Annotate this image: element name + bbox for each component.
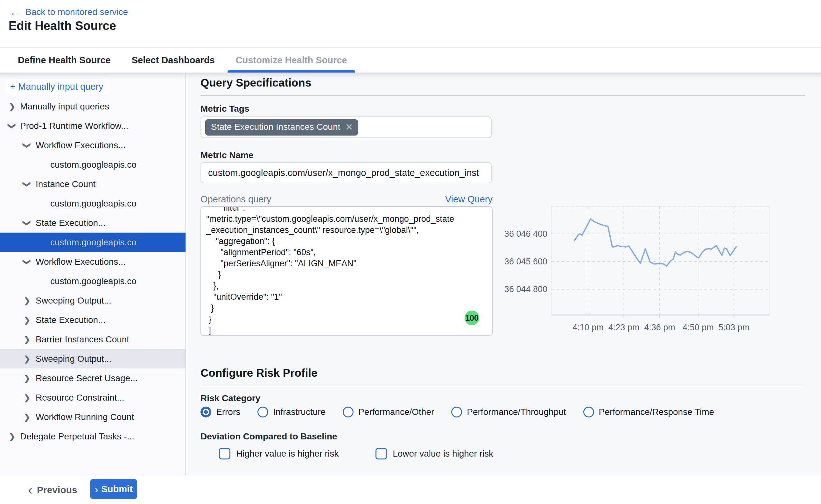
- back-link-label: Back to monitored service: [25, 7, 128, 17]
- chevron-down-icon[interactable]: ❯: [23, 180, 32, 188]
- view-query-link[interactable]: View Query: [438, 194, 493, 205]
- tree-item-prod-1-runtime-workflow-[interactable]: ❯Prod-1 Runtime Workflow...: [0, 116, 186, 136]
- operations-query-textarea[interactable]: "filter": "metric.type=\"custom.googleap…: [200, 206, 493, 336]
- radio-icon[interactable]: [583, 407, 594, 417]
- radio-icon[interactable]: [451, 407, 462, 417]
- radio-icon[interactable]: [343, 407, 354, 417]
- configure-risk-profile-title: Configure Risk Profile: [200, 367, 318, 379]
- deviation-checkbox-label: Lower value is higher risk: [393, 449, 493, 459]
- tree-item-barrier-instances-count[interactable]: ❯Barrier Instances Count: [0, 330, 186, 349]
- deviation-label: Deviation Compared to Baseline: [200, 431, 337, 442]
- deviation-checkbox-lower-value-is-higher-risk[interactable]: Lower value is higher risk: [375, 448, 493, 459]
- tree-item-instance-count[interactable]: ❯Instance Count: [0, 174, 186, 194]
- chevron-down-icon[interactable]: ❯: [23, 141, 32, 150]
- chevron-right-icon[interactable]: ❯: [23, 335, 31, 344]
- tree-item-label: Instance Count: [36, 179, 186, 189]
- query-sidebar: + Manually input query ❯Manually input q…: [0, 73, 186, 475]
- tree-item-label: custom.googleapis.co: [50, 199, 186, 209]
- tree-item-custom-googleapis-co[interactable]: custom.googleapis.co: [0, 155, 186, 174]
- tree-item-sweeping-output-[interactable]: ❯Sweeping Output...: [0, 291, 186, 310]
- tab-customize-health-source[interactable]: Customize Health Source: [228, 48, 355, 73]
- checkbox-icon[interactable]: [219, 448, 230, 459]
- x-tick-label: 4:36 pm: [644, 323, 675, 332]
- chevron-down-icon[interactable]: ❯: [23, 258, 32, 266]
- metric-tag-chip-label: State Execution Instances Count: [211, 122, 340, 132]
- chevron-down-icon[interactable]: ❯: [23, 219, 32, 227]
- tree-item-custom-googleapis-co[interactable]: custom.googleapis.co: [0, 271, 186, 291]
- deviation-checkbox-higher-value-is-higher-risk[interactable]: Higher value is higher risk: [219, 448, 339, 459]
- tree-item-label: Manually input queries: [20, 101, 186, 112]
- metric-tag-chip[interactable]: State Execution Instances Count ✕: [205, 119, 358, 136]
- risk-radio-performance-throughput[interactable]: Performance/Throughput: [451, 407, 566, 417]
- risk-radio-label: Errors: [216, 407, 240, 417]
- chevron-right-icon[interactable]: ❯: [23, 413, 31, 422]
- deviation-checkbox-label: Higher value is higher risk: [236, 449, 339, 459]
- submit-button-label: Submit: [102, 484, 133, 494]
- previous-button[interactable]: ‹ Previous: [28, 475, 77, 504]
- chevron-right-icon[interactable]: ❯: [23, 374, 31, 383]
- tree-item-resource-secret-usage-[interactable]: ❯Resource Secret Usage...: [0, 368, 186, 388]
- risk-radio-performance-other[interactable]: Performance/Other: [343, 407, 434, 417]
- risk-radio-label: Performance/Response Time: [599, 407, 714, 417]
- back-link[interactable]: ← Back to monitored service: [10, 7, 128, 17]
- risk-radio-performance-response-time[interactable]: Performance/Response Time: [583, 407, 714, 417]
- tree-item-label: Sweeping Output...: [36, 354, 186, 364]
- tree-item-label: Resource Constraint...: [36, 393, 186, 403]
- tree-item-manually-input-queries[interactable]: ❯Manually input queries: [0, 97, 186, 116]
- radio-selected-icon[interactable]: [200, 407, 211, 417]
- x-tick-label: 5:03 pm: [719, 323, 750, 332]
- tree-item-label: custom.googleapis.co: [50, 276, 186, 286]
- tree-item-label: State Execution...: [36, 218, 186, 228]
- y-tick-label: 36 046 400: [504, 229, 547, 239]
- section-divider: [200, 95, 805, 96]
- chevron-right-icon[interactable]: ❯: [23, 354, 31, 363]
- previous-button-label: Previous: [37, 485, 77, 495]
- chevron-right-icon[interactable]: ❯: [23, 393, 31, 402]
- checkbox-icon[interactable]: [375, 448, 387, 459]
- risk-radio-label: Performance/Throughput: [467, 407, 566, 417]
- chevron-down-icon[interactable]: ❯: [8, 122, 17, 130]
- tree-item-workflow-executions-[interactable]: ❯Workflow Executions...: [0, 136, 186, 155]
- query-specifications-title: Query Specifications: [200, 76, 311, 89]
- tree-item-state-execution-[interactable]: ❯State Execution...: [0, 310, 186, 330]
- metric-name-field[interactable]: custom.googleapis.com/user/x_mongo_prod_…: [200, 162, 492, 183]
- tree-item-workflow-executions-[interactable]: ❯Workflow Executions...: [0, 252, 186, 271]
- chevron-right-icon[interactable]: ❯: [23, 296, 31, 305]
- tree-item-label: Prod-1 Runtime Workflow...: [20, 121, 186, 131]
- tree-item-label: custom.googleapis.co: [50, 237, 186, 248]
- tree-item-resource-constraint-[interactable]: ❯Resource Constraint...: [0, 388, 186, 407]
- remove-tag-icon[interactable]: ✕: [345, 122, 353, 132]
- tree-item-sweeping-output-[interactable]: ❯Sweeping Output...: [0, 349, 186, 368]
- tab-select-dashboards[interactable]: Select Dashboards: [123, 48, 223, 73]
- section-divider: [200, 386, 805, 386]
- x-tick-label: 4:50 pm: [683, 323, 714, 332]
- add-manual-query-button[interactable]: + Manually input query: [6, 79, 109, 95]
- operations-query-label: Operations query: [200, 194, 271, 205]
- y-tick-label: 36 044 800: [504, 284, 547, 294]
- tree-item-label: Sweeping Output...: [36, 296, 186, 306]
- wizard-footer: ‹ Previous › Submit: [0, 475, 821, 504]
- risk-radio-infrastructure[interactable]: Infrastructure: [257, 407, 326, 417]
- chevron-right-icon[interactable]: ❯: [23, 316, 31, 325]
- x-tick-label: 4:23 pm: [608, 323, 640, 332]
- query-health-score-badge: 100: [465, 311, 479, 325]
- metric-preview-chart: 4:10 pm4:23 pm4:36 pm4:50 pm5:03 pm36 04…: [503, 206, 773, 334]
- chevron-right-icon[interactable]: ❯: [8, 102, 16, 111]
- chevron-right-icon: ›: [95, 485, 98, 494]
- tree-item-delegate-perpetual-tasks-[interactable]: ❯Delegate Perpetual Tasks -...: [0, 427, 186, 446]
- chevron-right-icon[interactable]: ❯: [8, 432, 16, 441]
- metric-tags-label: Metric Tags: [200, 104, 249, 114]
- submit-button[interactable]: › Submit: [90, 479, 137, 499]
- x-tick-label: 4:10 pm: [572, 323, 604, 332]
- tab-define-health-source[interactable]: Define Health Source: [10, 48, 119, 73]
- metric-tags-input[interactable]: State Execution Instances Count ✕: [200, 116, 492, 138]
- tree-item-workflow-running-count[interactable]: ❯Workflow Running Count: [0, 407, 186, 427]
- tree-item-state-execution-[interactable]: ❯State Execution...: [0, 213, 186, 233]
- chevron-left-icon: ‹: [28, 485, 32, 495]
- radio-icon[interactable]: [257, 407, 268, 417]
- deviation-checkbox-group: Higher value is higher riskLower value i…: [219, 448, 493, 459]
- tree-item-custom-googleapis-co[interactable]: custom.googleapis.co: [0, 194, 186, 213]
- risk-radio-errors[interactable]: Errors: [200, 407, 240, 417]
- tree-item-label: Workflow Executions...: [36, 140, 186, 151]
- tree-item-custom-googleapis-co[interactable]: custom.googleapis.co: [0, 233, 186, 252]
